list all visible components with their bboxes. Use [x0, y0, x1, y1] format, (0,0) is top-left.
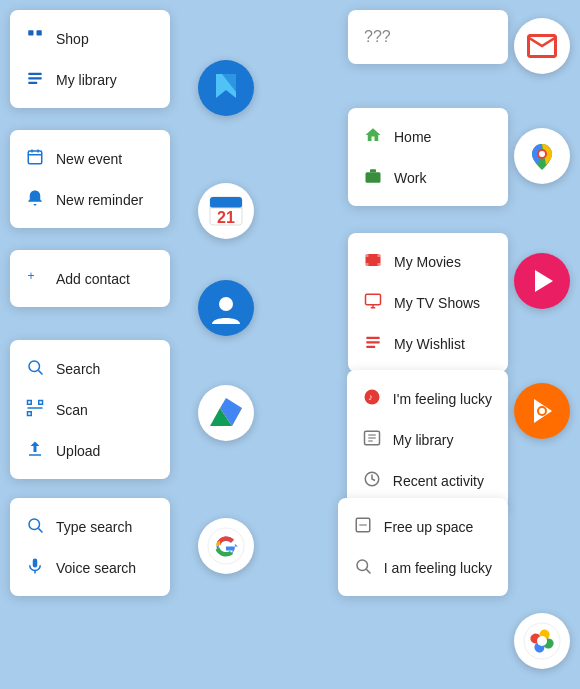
music-recent-label: Recent activity: [393, 473, 484, 489]
svg-rect-58: [33, 559, 38, 568]
library2-icon: [363, 429, 381, 450]
svg-rect-21: [366, 254, 369, 257]
svg-rect-2: [28, 73, 42, 75]
svg-point-56: [29, 519, 40, 530]
maps-logo: [522, 136, 562, 176]
add-contact-label: Add contact: [56, 271, 130, 287]
gmail-app-icon[interactable]: [514, 18, 570, 74]
maps-home-label: Home: [394, 129, 431, 145]
photos-lucky-label: I am feeling lucky: [384, 560, 492, 576]
library-label: My library: [56, 72, 117, 88]
svg-text:♪: ♪: [368, 392, 373, 402]
music-lucky-label: I'm feeling lucky: [393, 391, 492, 407]
microsoft-app-icon[interactable]: [198, 60, 254, 116]
google-app-icon[interactable]: [198, 518, 254, 574]
shop-label: Shop: [56, 31, 89, 47]
cal-event-label: New event: [56, 151, 122, 167]
drive-item-scan[interactable]: Scan: [10, 389, 170, 430]
movies-logo: [527, 266, 557, 296]
ms-item-library[interactable]: My library: [10, 59, 170, 100]
google-search-popup: Type search Voice search: [10, 498, 170, 596]
svg-rect-7: [366, 172, 381, 183]
drive-search-icon: [26, 358, 44, 379]
svg-text:21: 21: [217, 209, 235, 226]
drive-app-icon[interactable]: [198, 385, 254, 441]
add-contact-icon: +: [26, 268, 44, 289]
gsearch-item-type[interactable]: Type search: [10, 506, 170, 547]
drive-popup: Search Scan Upload: [10, 340, 170, 479]
maps-item-work[interactable]: Work: [348, 157, 508, 198]
ms-item-shop[interactable]: Shop: [10, 18, 170, 59]
svg-text:+: +: [28, 269, 35, 283]
gmail-logo: [524, 28, 560, 64]
maps-popup: Home Work: [348, 108, 508, 206]
calendar-popup: New event New reminder: [10, 130, 170, 228]
gsearch-item-voice[interactable]: Voice search: [10, 547, 170, 588]
drive-upload-icon: [26, 440, 44, 461]
svg-rect-37: [28, 401, 32, 405]
question-icon: ???: [364, 28, 391, 46]
tv-icon: [364, 292, 382, 313]
free-space-icon: [354, 516, 372, 537]
contacts-logo: [208, 290, 244, 326]
svg-point-63: [357, 560, 368, 571]
svg-point-55: [539, 408, 545, 414]
cal-item-reminder[interactable]: New reminder: [10, 179, 170, 220]
drive-search-label: Search: [56, 361, 100, 377]
svg-point-60: [208, 528, 244, 564]
event-icon: [26, 148, 44, 169]
photos-app-icon[interactable]: [514, 613, 570, 669]
svg-rect-25: [366, 294, 381, 305]
photos-popup: Free up space I am feeling lucky: [338, 498, 508, 596]
gmail-popup: ???: [348, 10, 508, 64]
svg-line-57: [38, 528, 42, 532]
svg-rect-39: [28, 412, 32, 416]
cal-item-event[interactable]: New event: [10, 138, 170, 179]
tv-label: My TV Shows: [394, 295, 480, 311]
drive-item-search[interactable]: Search: [10, 348, 170, 389]
voice-search-label: Voice search: [56, 560, 136, 576]
svg-rect-38: [39, 401, 43, 405]
music-item-recent[interactable]: Recent activity: [347, 460, 508, 501]
contacts-item-add[interactable]: + Add contact: [10, 258, 170, 299]
music-logo: [526, 395, 558, 427]
gmail-item-question[interactable]: ???: [348, 18, 508, 56]
photos-item-free[interactable]: Free up space: [338, 506, 508, 547]
calendar-logo: 21: [206, 191, 246, 231]
ms-logo: [208, 70, 244, 106]
calendar-app-icon[interactable]: 21: [198, 183, 254, 239]
movies-item-tv[interactable]: My TV Shows: [348, 282, 508, 323]
svg-point-11: [539, 151, 545, 157]
svg-line-64: [366, 569, 370, 573]
music-popup: ♪ I'm feeling lucky My library Recent ac…: [347, 370, 508, 509]
svg-rect-8: [370, 169, 376, 172]
svg-rect-0: [28, 30, 33, 35]
maps-app-icon[interactable]: [514, 128, 570, 184]
photos-logo: [522, 621, 562, 661]
svg-rect-30: [366, 346, 375, 348]
movies-item-wishlist[interactable]: My Wishlist: [348, 323, 508, 364]
movies-item-movies[interactable]: My Movies: [348, 241, 508, 282]
svg-point-66: [537, 636, 547, 646]
movies-popup: My Movies My TV Shows My Wishlist: [348, 233, 508, 372]
cal-reminder-label: New reminder: [56, 192, 143, 208]
movies-label: My Movies: [394, 254, 461, 270]
music-library-label: My library: [393, 432, 454, 448]
maps-item-home[interactable]: Home: [348, 116, 508, 157]
contacts-app-icon[interactable]: [198, 280, 254, 336]
music-item-lucky[interactable]: ♪ I'm feeling lucky: [347, 378, 508, 419]
shop-icon: [26, 28, 44, 49]
svg-point-35: [29, 361, 40, 372]
svg-rect-28: [366, 337, 380, 339]
svg-rect-17: [210, 197, 242, 208]
type-search-label: Type search: [56, 519, 132, 535]
voice-search-icon: [26, 557, 44, 578]
photos-item-lucky[interactable]: I am feeling lucky: [338, 547, 508, 588]
music-app-icon[interactable]: [514, 383, 570, 439]
drive-item-upload[interactable]: Upload: [10, 430, 170, 471]
movies-app-icon[interactable]: [514, 253, 570, 309]
drive-scan-label: Scan: [56, 402, 88, 418]
reminder-icon: [26, 189, 44, 210]
music-item-library[interactable]: My library: [347, 419, 508, 460]
microsoft-popup: Shop My library: [10, 10, 170, 108]
